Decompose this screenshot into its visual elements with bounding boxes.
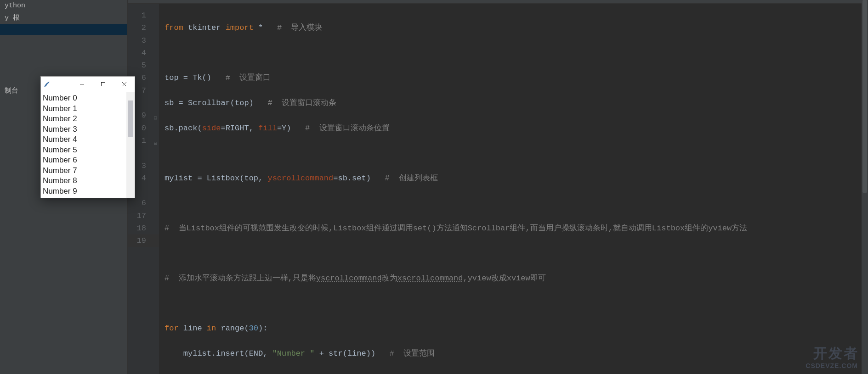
tk-titlebar[interactable] xyxy=(41,77,135,92)
tk-scrollbar-thumb[interactable] xyxy=(128,100,133,137)
editor-tab-strip xyxy=(128,0,868,4)
list-item[interactable]: Number 4 xyxy=(41,134,126,145)
minimize-button[interactable] xyxy=(71,77,92,92)
code-area[interactable]: from tkinter import * # 导入模块 top = Tk() … xyxy=(159,4,868,374)
sidebar-item[interactable]: ython xyxy=(0,0,127,11)
list-item[interactable]: Number 3 xyxy=(41,124,126,135)
list-item[interactable]: Number 2 xyxy=(41,114,126,124)
scrollbar-thumb[interactable] xyxy=(862,0,867,193)
list-item[interactable]: Number 9 xyxy=(41,186,126,197)
editor-scrollbar[interactable] xyxy=(862,0,868,374)
list-item[interactable]: Number 6 xyxy=(41,155,126,166)
tk-listbox[interactable]: Number 0 Number 1 Number 2 Number 3 Numb… xyxy=(41,92,126,198)
list-item[interactable]: Number 1 xyxy=(41,104,126,114)
line-number: 17 xyxy=(128,210,159,222)
list-item[interactable]: Number 5 xyxy=(41,145,126,156)
line-number: 6 xyxy=(128,197,159,209)
editor: 1 2 3 4 5 6 7 ⊟9 0 ⊟1 3 4 6 17 18 19 fro… xyxy=(128,0,868,374)
sidebar-item-selected[interactable] xyxy=(0,24,127,35)
tk-scrollbar[interactable] xyxy=(126,92,135,198)
sidebar-item[interactable]: y 根 xyxy=(0,11,127,24)
watermark-small: CSDEVZE.COM xyxy=(806,362,858,369)
maximize-button[interactable] xyxy=(92,77,113,92)
list-item[interactable]: Number 8 xyxy=(41,176,126,186)
close-button[interactable] xyxy=(113,77,135,92)
list-item[interactable]: Number 0 xyxy=(41,93,126,104)
line-number: 18 xyxy=(128,222,159,234)
watermark-big: 开发者 xyxy=(813,344,859,363)
tk-feather-icon xyxy=(41,81,53,88)
line-number: 5 xyxy=(128,59,159,72)
list-item[interactable]: Number 7 xyxy=(41,166,126,176)
line-number: 1 xyxy=(128,9,159,22)
tk-window: Number 0 Number 1 Number 2 Number 3 Numb… xyxy=(40,76,135,198)
line-number: 19 xyxy=(128,234,159,247)
line-number: 2 xyxy=(128,22,159,34)
line-number: 4 xyxy=(128,47,159,59)
svg-rect-1 xyxy=(101,83,105,86)
line-number: 3 xyxy=(128,34,159,47)
